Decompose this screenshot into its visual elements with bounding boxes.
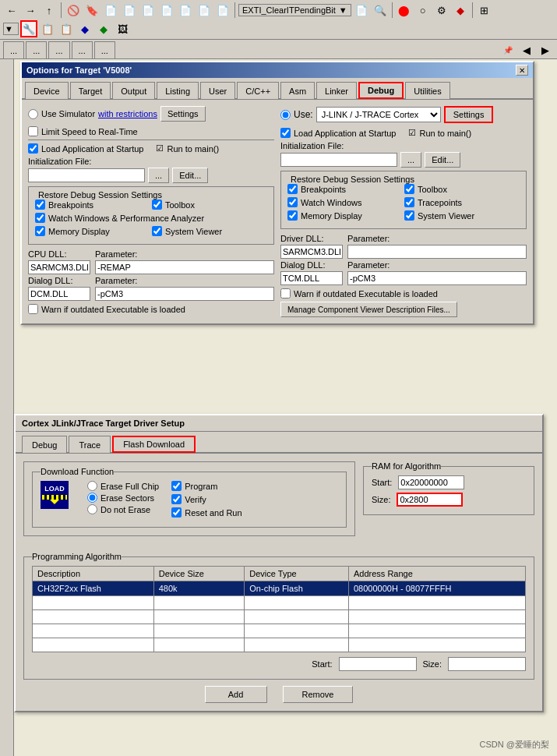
debugger-dropdown[interactable]: J-LINK / J-TRACE Cortex [316, 107, 441, 122]
copy5-button[interactable]: 📄 [177, 2, 194, 19]
toolbox-cb-l[interactable] [152, 200, 162, 210]
tab-debug[interactable]: Debug [358, 82, 404, 99]
watch-cb-l[interactable] [35, 213, 45, 223]
add-remove-row: Add Remove [23, 686, 534, 703]
warn-cb-l[interactable] [28, 304, 38, 314]
verify-checkbox[interactable] [171, 494, 182, 504]
reset-checkbox[interactable] [171, 507, 182, 518]
erase-full-chip-radio[interactable] [87, 481, 97, 491]
algo-start-input[interactable] [339, 657, 417, 671]
remove-button[interactable]: Remove [283, 686, 354, 703]
tb2-diamond2[interactable]: ◆ [95, 20, 112, 37]
search-button[interactable]: 🔍 [372, 2, 389, 19]
file-button[interactable]: 📄 [353, 2, 370, 19]
tab-output[interactable]: Output [112, 82, 155, 99]
driver-param-input[interactable] [347, 245, 527, 259]
stop-button[interactable]: 🚫 [65, 2, 82, 19]
use-radio[interactable] [280, 110, 291, 120]
program-checkbox[interactable] [171, 481, 182, 491]
cpu-dll-input[interactable] [28, 260, 90, 274]
tab-asm[interactable]: Asm [280, 82, 315, 99]
add-button[interactable]: Add [205, 686, 267, 703]
memory-cb-l[interactable] [35, 226, 45, 236]
function-dropdown[interactable]: EXTI_ClearITPendingBit ▼ [238, 4, 351, 16]
top-tab-2[interactable]: ... [26, 41, 47, 58]
bookmark-button[interactable]: 🔖 [83, 2, 100, 19]
tab-target[interactable]: Target [70, 82, 111, 99]
tb2-image[interactable]: 🖼 [114, 20, 131, 37]
init-edit-r[interactable]: Edit... [425, 152, 460, 168]
copy1-button[interactable]: 📄 [102, 2, 119, 19]
small-dropdown[interactable]: ▼ [3, 23, 19, 35]
jlink-tab-trace[interactable]: Trace [69, 436, 111, 453]
tb2-diamond1[interactable]: ◆ [76, 20, 93, 37]
top-tab-5[interactable]: ... [94, 41, 115, 58]
algo-size-input[interactable] [448, 657, 526, 671]
watch-cb-r[interactable] [287, 197, 298, 207]
tb2-btn1[interactable]: 📋 [39, 20, 56, 37]
dialog-dll-input-l[interactable] [28, 287, 90, 301]
dialog-param-input-r[interactable] [347, 271, 527, 285]
system-cb-r[interactable] [404, 210, 414, 221]
right-settings-btn[interactable]: Settings [444, 106, 494, 123]
back-button[interactable]: ← [3, 2, 20, 19]
do-not-erase-radio[interactable] [87, 504, 97, 514]
erase-sectors-radio[interactable] [87, 493, 97, 503]
simulator-settings-btn[interactable]: Settings [160, 106, 206, 122]
tab-listing[interactable]: Listing [157, 82, 199, 99]
init-file-input-l[interactable] [28, 168, 145, 182]
init-browse-r[interactable]: ... [400, 152, 421, 168]
ram-size-input[interactable] [397, 493, 463, 507]
warn-cb-r[interactable] [280, 288, 291, 299]
gear-button[interactable]: ⚙ [433, 2, 450, 19]
copy3-button[interactable]: 📄 [139, 2, 157, 19]
init-browse-l[interactable]: ... [148, 168, 169, 183]
cpu-param-input[interactable] [95, 260, 274, 274]
tab-ccpp[interactable]: C/C++ [237, 82, 279, 99]
circle-button[interactable]: ○ [414, 2, 432, 19]
tab-user[interactable]: User [200, 82, 235, 99]
tab-device[interactable]: Device [25, 82, 69, 99]
init-edit-l[interactable]: Edit... [172, 168, 208, 183]
trace-cb-r[interactable] [404, 197, 414, 207]
toolbox-cb-r[interactable] [404, 184, 414, 194]
debug-active-button[interactable]: 🔧 [20, 20, 37, 37]
manage-btn[interactable]: Manage Component Viewer Description File… [280, 302, 457, 317]
memory-cb-r[interactable] [287, 210, 298, 221]
copy6-button[interactable]: 📄 [196, 2, 213, 19]
use-simulator-radio[interactable] [28, 109, 38, 119]
jlink-tab-flash[interactable]: Flash Download [112, 436, 196, 453]
tab-linker[interactable]: Linker [316, 82, 357, 99]
copy2-button[interactable]: 📄 [121, 2, 138, 19]
copy4-button[interactable]: 📄 [158, 2, 175, 19]
top-tab-4[interactable]: ... [72, 41, 93, 58]
forward-button[interactable]: → [22, 2, 39, 19]
top-tab-1[interactable]: ... [3, 41, 24, 58]
ram-start-input[interactable] [398, 475, 464, 489]
diamond-button[interactable]: ◆ [452, 2, 469, 19]
pin-button[interactable]: 📌 [499, 41, 516, 58]
system-cb-l[interactable] [152, 226, 162, 236]
dialog-dll-input-r[interactable] [280, 271, 343, 285]
limit-speed-checkbox[interactable] [28, 126, 38, 136]
copy7-button[interactable]: 📄 [214, 2, 231, 19]
init-file-input-r[interactable] [280, 153, 397, 167]
tab-utilities[interactable]: Utilities [405, 82, 449, 99]
load-app-checkbox[interactable] [28, 143, 38, 154]
with-restrictions-link[interactable]: with restrictions [98, 109, 157, 118]
dialog-param-input-l[interactable] [95, 287, 274, 301]
jlink-tab-debug[interactable]: Debug [22, 436, 67, 453]
nav-left[interactable]: ◀ [518, 41, 535, 58]
options-close-button[interactable]: ✕ [516, 65, 528, 76]
grid-button[interactable]: ⊞ [476, 2, 493, 19]
breakpoints-cb-l[interactable] [35, 200, 45, 210]
top-tab-3[interactable]: ... [48, 41, 69, 58]
table-row[interactable]: CH32F2xx Flash 480k On-chip Flash 080000… [33, 581, 526, 596]
nav-right[interactable]: ▶ [537, 41, 554, 58]
driver-dll-input[interactable] [280, 245, 343, 259]
breakpoints-cb-r[interactable] [287, 184, 298, 194]
up-button[interactable]: ↑ [41, 2, 58, 19]
record-button[interactable]: ⬤ [396, 2, 413, 19]
tb2-btn2[interactable]: 📋 [58, 20, 75, 37]
load-app-cb-r[interactable] [280, 128, 291, 138]
